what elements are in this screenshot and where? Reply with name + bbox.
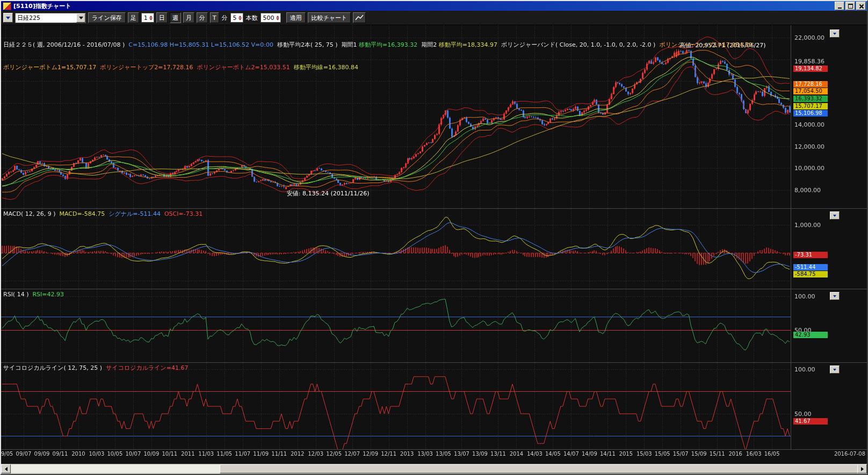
window-title: [5110]指数チャート: [13, 2, 834, 10]
price-tag: 42.93: [793, 332, 828, 338]
chart-area: 日経２２５( 週, 2006/12/16 - 2016/07/08 ) C=15…: [1, 25, 867, 464]
maximize-button[interactable]: [845, 2, 855, 10]
trendline-icon: [355, 14, 364, 21]
price-tag: -584.75: [793, 271, 828, 277]
period-week-button[interactable]: 週: [170, 12, 181, 23]
minimize-button[interactable]: [835, 2, 844, 10]
toolbar: 日経225 ライン保存 足 1 日 週 月 分 T 分 5 本数 500 適用 …: [1, 11, 867, 25]
scrollbar-thumb[interactable]: [220, 464, 858, 473]
price-tag: 16,393.32: [793, 96, 828, 102]
rsi-panel-menu-button[interactable]: [830, 292, 840, 300]
price-tag: 15,707.17: [793, 103, 828, 109]
chevron-down-icon: [833, 369, 836, 371]
arrow-right-icon: [861, 467, 864, 471]
bar-number-label: 本数: [245, 14, 258, 22]
price-tag: 41.67: [793, 418, 828, 425]
spinner-arrows-icon[interactable]: [149, 16, 153, 20]
combo-dropdown-button[interactable]: [76, 13, 85, 23]
symbol-select-value: 日経225: [16, 14, 76, 22]
app-window: [5110]指数チャート 日経225 ライン保存 足 1 日 週 月 分 T 分…: [0, 0, 868, 475]
horizontal-scrollbar[interactable]: [1, 464, 867, 473]
trendline-tool-button[interactable]: [353, 12, 366, 23]
chevron-down-icon: [79, 17, 83, 19]
bar-type-button[interactable]: 足: [128, 12, 139, 23]
scroll-left-button[interactable]: [1, 464, 11, 473]
save-line-button[interactable]: ライン保存: [88, 12, 126, 23]
period-minute-button[interactable]: 分: [197, 12, 208, 23]
bar-count-value: 1: [144, 14, 148, 21]
chevron-down-icon: [833, 215, 836, 217]
app-icon: [3, 2, 11, 10]
price-tag: 19,134.82: [793, 65, 828, 72]
minimize-icon: [838, 8, 842, 9]
panel-collapse-button[interactable]: [3, 13, 13, 23]
minute-spinner[interactable]: 5: [230, 13, 243, 23]
close-icon: [859, 4, 864, 9]
psych-panel-menu-button[interactable]: [830, 366, 840, 374]
titlebar: [5110]指数チャート: [1, 1, 867, 11]
period-day-button[interactable]: 日: [156, 12, 168, 23]
bar-number-spinner[interactable]: 500: [261, 13, 281, 23]
spinner-arrows-icon[interactable]: [276, 16, 279, 20]
tick-button[interactable]: T: [210, 12, 219, 23]
main-panel-menu-button[interactable]: [830, 30, 840, 38]
price-tag: -511.44: [793, 264, 828, 271]
chevron-down-icon: [833, 295, 836, 297]
symbol-select[interactable]: 日経225: [15, 13, 86, 23]
compare-chart-button[interactable]: 比較チャート: [308, 12, 351, 23]
price-chart-canvas[interactable]: [1, 25, 867, 464]
bar-count-spinner[interactable]: 1: [141, 13, 154, 23]
maximize-icon: [848, 4, 853, 9]
spinner-arrows-icon[interactable]: [238, 16, 242, 20]
minute-value: 5: [233, 14, 237, 21]
price-tag: 15,106.98: [793, 110, 828, 116]
scroll-right-button[interactable]: [857, 464, 867, 473]
apply-button[interactable]: 適用: [286, 12, 306, 23]
arrow-left-icon: [5, 467, 8, 471]
chevron-down-icon: [833, 33, 836, 35]
minute-label: 分: [221, 14, 228, 22]
close-button[interactable]: [856, 2, 866, 10]
price-tag: 17,054.50: [793, 88, 828, 94]
chevron-down-icon: [6, 17, 10, 19]
period-month-button[interactable]: 月: [183, 12, 194, 23]
price-tag: -73.31: [793, 252, 828, 258]
macd-panel-menu-button[interactable]: [830, 211, 840, 220]
bar-number-value: 500: [263, 14, 274, 21]
price-tag: 17,728.16: [793, 81, 828, 87]
